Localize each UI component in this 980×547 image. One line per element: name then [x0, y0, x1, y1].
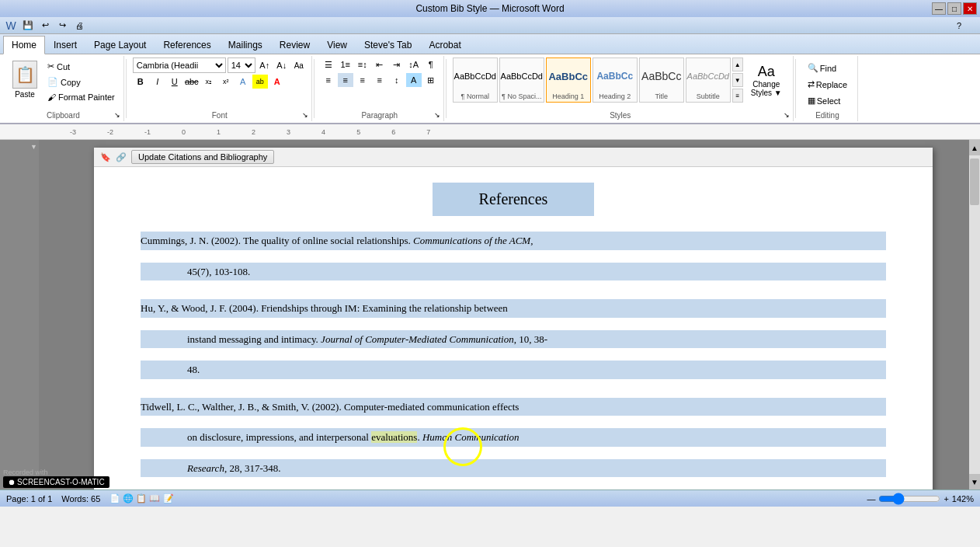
outline-icon[interactable]: 📋 — [136, 493, 147, 503]
style-heading1-preview: AaBbCc — [548, 60, 588, 92]
font-row-2: B I U abc x₂ x² A ab A — [133, 75, 307, 89]
font-expand-button[interactable]: ↘ — [301, 110, 310, 120]
font-size-select[interactable]: 14 — [228, 57, 255, 73]
ribbon: 📋 Paste ✂ Cut 📄 Copy 🖌 Format Painter Cl… — [0, 54, 980, 124]
maximize-button[interactable]: □ — [947, 2, 961, 15]
tab-view[interactable]: View — [318, 36, 356, 54]
bib-entry-2-line2: instand messaging and intimacy. Journal … — [141, 330, 886, 349]
align-left-button[interactable]: ≡ — [321, 73, 336, 87]
justify-button[interactable]: ≡ — [372, 73, 387, 87]
decrease-indent-button[interactable]: ⇤ — [372, 57, 387, 71]
ruler-mark: -2 — [107, 128, 113, 136]
save-button[interactable]: 💾 — [20, 19, 36, 33]
close-button[interactable]: ✕ — [963, 2, 977, 15]
divider-4 — [795, 59, 796, 118]
style-title-label: Title — [655, 92, 668, 100]
align-right-button[interactable]: ≡ — [355, 73, 370, 87]
format-painter-button[interactable]: 🖌 Format Painter — [43, 90, 119, 104]
find-button[interactable]: 🔍 Find — [802, 61, 853, 75]
sort-button[interactable]: ↕A — [406, 57, 422, 71]
decrease-font-button[interactable]: A↓ — [274, 58, 290, 72]
shading-button[interactable]: A — [406, 73, 422, 87]
redo-button[interactable]: ↪ — [54, 19, 70, 33]
highlight-button[interactable]: ab — [252, 75, 268, 89]
tab-page-layout[interactable]: Page Layout — [85, 36, 155, 54]
read-icon[interactable]: 📖 — [149, 493, 160, 503]
tab-acrobat[interactable]: Acrobat — [420, 36, 469, 54]
select-button[interactable]: ▦ Select — [802, 93, 853, 108]
line-spacing-button[interactable]: ↕ — [389, 73, 405, 87]
tab-home[interactable]: Home — [3, 36, 45, 54]
clear-format-button[interactable]: Aa — [291, 58, 307, 72]
scissors-icon: ✂ — [47, 61, 54, 71]
title-bar: Custom Bib Style — Microsoft Word — □ ✕ — [0, 0, 980, 17]
ruler-mark: 5 — [356, 128, 360, 136]
style-heading1-item[interactable]: AaBbCc Heading 1 — [546, 57, 591, 103]
copy-button[interactable]: 📄 Copy — [43, 75, 119, 89]
ruler-mark: -3 — [70, 128, 76, 136]
scroll-thumb[interactable] — [970, 159, 979, 205]
styles-expand-button[interactable]: ↘ — [782, 110, 791, 120]
underline-button[interactable]: U — [167, 75, 182, 89]
zoom-minus-button[interactable]: — — [867, 494, 875, 503]
align-center-button[interactable]: ≡ — [338, 73, 353, 87]
scroll-down-button[interactable]: ▼ — [969, 474, 980, 490]
undo-button[interactable]: ↩ — [37, 19, 53, 33]
zoom-slider[interactable] — [878, 493, 940, 505]
help-button[interactable]: ? — [957, 21, 977, 30]
tab-review[interactable]: Review — [271, 36, 318, 54]
increase-indent-button[interactable]: ⇥ — [389, 57, 405, 71]
borders-button[interactable]: ⊞ — [423, 73, 439, 87]
subscript-button[interactable]: x₂ — [201, 75, 217, 89]
multilevel-button[interactable]: ≡↕ — [355, 57, 370, 71]
status-bar: Page: 1 of 1 Words: 65 📄 🌐 📋 📖 📝 — + 142… — [0, 490, 980, 507]
ruler-mark: 1 — [217, 128, 221, 136]
italic-button[interactable]: I — [150, 75, 165, 89]
paragraph-expand-button[interactable]: ↘ — [433, 110, 442, 120]
web-icon[interactable]: 🌐 — [123, 493, 134, 503]
bib-entry-1: Cummings, J. N. (2002). The quality of o… — [141, 232, 886, 280]
style-scroll-up[interactable]: ▲ — [732, 57, 743, 71]
text-effects-button[interactable]: A — [235, 75, 251, 89]
change-styles-button[interactable]: Aa Change Styles ▼ — [745, 60, 788, 101]
increase-font-button[interactable]: A↑ — [257, 58, 273, 72]
bullets-button[interactable]: ☰ — [321, 57, 336, 71]
layout-icon[interactable]: 📄 — [109, 493, 120, 503]
cut-button[interactable]: ✂ Cut — [43, 59, 119, 74]
tab-references[interactable]: References — [155, 36, 219, 54]
references-heading-container: References — [141, 183, 886, 216]
style-nospace-item[interactable]: AaBbCcDd ¶ No Spaci... — [499, 57, 544, 103]
style-heading2-item[interactable]: AaBbCc Heading 2 — [593, 57, 638, 103]
clipboard-expand-button[interactable]: ↘ — [113, 110, 122, 120]
bib-entry-2-line3: 48. — [141, 361, 886, 379]
vertical-scrollbar[interactable]: ▲ ▼ — [969, 140, 980, 490]
style-title-item[interactable]: AaBbCc Title — [639, 57, 684, 103]
update-citations-button[interactable]: Update Citations and Bibliography — [131, 150, 274, 164]
font-color-button[interactable]: A — [269, 75, 285, 89]
cursor-word: evaluations — [371, 431, 417, 443]
font-name-select[interactable]: Cambria (Headii — [133, 57, 226, 73]
show-marks-button[interactable]: ¶ — [423, 57, 439, 71]
numbering-button[interactable]: 1≡ — [338, 57, 353, 71]
superscript-button[interactable]: x² — [218, 75, 234, 89]
scroll-up-button[interactable]: ▲ — [969, 140, 980, 155]
draft-icon[interactable]: 📝 — [163, 493, 174, 503]
tab-insert[interactable]: Insert — [45, 36, 85, 54]
style-expand-arrow[interactable]: ≡ — [732, 89, 743, 103]
style-subtitle-item[interactable]: AaBbCcDd Subtitle — [686, 57, 731, 103]
replace-button[interactable]: ⇄ Replace — [802, 77, 853, 92]
minimize-button[interactable]: — — [932, 2, 946, 15]
tab-steves[interactable]: Steve's Tab — [356, 36, 420, 54]
ruler-mark: 2 — [252, 128, 255, 136]
style-scroll: ▲ ▼ ≡ — [732, 57, 743, 103]
print-button[interactable]: 🖨 — [71, 19, 87, 33]
paste-button[interactable]: 📋 Paste — [8, 57, 42, 101]
bold-button[interactable]: B — [133, 75, 148, 89]
tab-mailings[interactable]: Mailings — [220, 36, 271, 54]
bib-italic-3: Human Communication — [422, 431, 520, 443]
strikethrough-button[interactable]: abc — [184, 75, 200, 89]
style-normal-item[interactable]: AaBbCcDd ¶ Normal — [453, 57, 498, 103]
document-page: 🔖 🔗 Update Citations and Bibliography Re… — [94, 148, 933, 490]
style-scroll-down[interactable]: ▼ — [732, 73, 743, 87]
zoom-plus-button[interactable]: + — [944, 494, 948, 503]
